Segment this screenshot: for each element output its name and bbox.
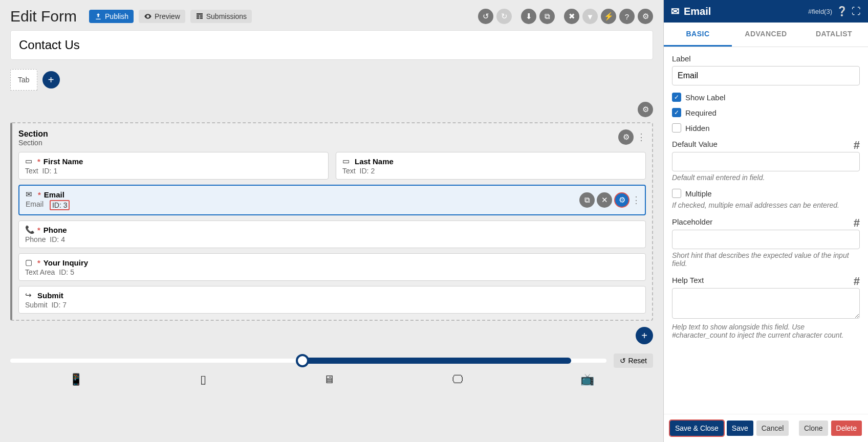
show-label-checkbox[interactable]: ✓ (672, 93, 681, 102)
download-icon[interactable]: ⬇ (521, 9, 536, 24)
helptext-input[interactable] (672, 288, 860, 319)
field-submit[interactable]: ↪ Submit Submit ID: 7 (18, 286, 646, 314)
field-last-name[interactable]: ▭ Last Name Text ID: 2 (336, 152, 646, 180)
panel-header: ✉ Email #field(3) ❔ ⛶ (664, 0, 868, 23)
default-value-help: Default email entered in field. (672, 173, 860, 182)
helptext-label: Help Text (672, 276, 704, 284)
reset-button[interactable]: ↺ Reset (614, 353, 653, 368)
upload-icon (94, 12, 102, 20)
placeholder-label: Placeholder (672, 217, 712, 226)
preview-button[interactable]: Preview (139, 10, 185, 23)
tab-item[interactable]: Tab (10, 69, 37, 91)
clone-field-icon[interactable]: ⧉ (579, 192, 595, 208)
add-tab-button[interactable]: + (42, 71, 60, 89)
helptext-help: Help text to show alongside this field. … (672, 323, 860, 339)
form-title-input[interactable]: Contact Us (10, 30, 653, 60)
hash-icon[interactable]: # (854, 216, 860, 230)
tab-settings-icon[interactable]: ⚙ (638, 102, 653, 117)
tv-device-icon[interactable]: 📺 (580, 373, 594, 386)
field-email[interactable]: ✉ * Email Email ID: 3 ⧉ ✕ ⚙ ⋮ (18, 185, 646, 215)
submit-icon: ↪ (25, 291, 34, 300)
hidden-checkbox[interactable] (672, 123, 681, 132)
page-title: Edit Form (10, 8, 77, 25)
save-button[interactable]: Save (727, 421, 753, 436)
cancel-button[interactable]: Cancel (756, 421, 789, 436)
default-value-label: Default Value (672, 140, 718, 148)
undo-icon[interactable]: ↺ (478, 9, 493, 24)
email-icon: ✉ (671, 5, 680, 17)
email-icon: ✉ (26, 190, 35, 199)
hash-icon[interactable]: # (854, 275, 860, 288)
textarea-icon: ▢ (25, 258, 34, 267)
tablet-device-icon[interactable]: ▯ (200, 373, 206, 386)
phone-icon: 📞 (25, 225, 34, 234)
screen-icon[interactable]: ⧉ (539, 9, 555, 24)
multiple-help: If checked, multiple email addresses can… (672, 201, 860, 209)
eye-icon (144, 12, 152, 20)
required-checkbox[interactable]: ✓ (672, 108, 681, 117)
hash-icon[interactable]: # (854, 139, 860, 152)
publish-button[interactable]: Publish (89, 10, 134, 23)
field-inquiry[interactable]: ▢ * Your Inquiry Text Area ID: 5 (18, 253, 646, 281)
phone-device-icon[interactable]: 📱 (69, 373, 83, 386)
field-first-name[interactable]: ▭ * First Name Text ID: 1 (18, 152, 329, 180)
drag-handle-icon[interactable]: ⋮ (637, 136, 646, 139)
required-star: * (37, 157, 40, 166)
delete-field-icon[interactable]: ✕ (597, 192, 612, 208)
tab-advanced[interactable]: ADVANCED (732, 23, 800, 47)
settings-icon[interactable]: ⚙ (638, 9, 653, 24)
tab-basic[interactable]: BASIC (664, 23, 732, 47)
section-box: Section Section ⚙ ⋮ ▭ * First Name Text … (10, 122, 653, 321)
label-input[interactable] (672, 66, 860, 85)
field-id-text: #field(3) (808, 8, 832, 15)
clone-button[interactable]: Clone (799, 421, 828, 436)
help-icon[interactable]: ❔ (836, 6, 848, 17)
filter-icon: ▼ (582, 9, 598, 24)
required-star: * (37, 258, 40, 267)
submissions-button[interactable]: Submissions (190, 10, 252, 23)
drag-handle-icon[interactable]: ⋮ (632, 198, 641, 202)
section-title: Section (18, 129, 48, 139)
placeholder-input[interactable] (672, 230, 860, 249)
top-header: Edit Form Publish Preview Submissions ↺ … (10, 0, 653, 30)
desktop-device-icon[interactable]: 🖵 (452, 373, 463, 386)
default-value-input[interactable] (672, 152, 860, 171)
save-close-button[interactable]: Save & Close (670, 421, 724, 436)
section-subtitle: Section (18, 139, 48, 147)
label-label: Label (672, 54, 860, 63)
field-settings-icon[interactable]: ⚙ (614, 192, 630, 208)
field-phone[interactable]: 📞 * Phone Phone ID: 4 (18, 220, 646, 248)
delete-button[interactable]: Delete (831, 421, 862, 436)
bolt-icon[interactable]: ⚡ (601, 9, 616, 24)
multiple-checkbox[interactable] (672, 189, 681, 198)
expand-icon[interactable]: ⛶ (852, 6, 861, 17)
table-icon (196, 12, 204, 20)
slider-thumb[interactable] (296, 354, 309, 367)
redo-icon: ↻ (496, 9, 512, 24)
id-highlight: ID: 3 (50, 200, 70, 210)
laptop-device-icon[interactable]: 🖥 (323, 373, 335, 386)
field-properties-panel: ✉ Email #field(3) ❔ ⛶ BASIC ADVANCED DAT… (663, 0, 868, 442)
width-slider[interactable] (10, 359, 606, 363)
tools-icon[interactable]: ✖ (564, 9, 579, 24)
required-star: * (37, 226, 40, 234)
text-icon: ▭ (342, 157, 352, 166)
placeholder-help: Short hint that describes the expected v… (672, 251, 860, 268)
add-section-button[interactable]: + (636, 327, 653, 344)
text-icon: ▭ (25, 157, 34, 166)
tab-datalist[interactable]: DATALIST (800, 23, 868, 47)
help-icon[interactable]: ? (619, 9, 635, 24)
required-star: * (38, 190, 41, 199)
section-settings-icon[interactable]: ⚙ (618, 129, 634, 145)
